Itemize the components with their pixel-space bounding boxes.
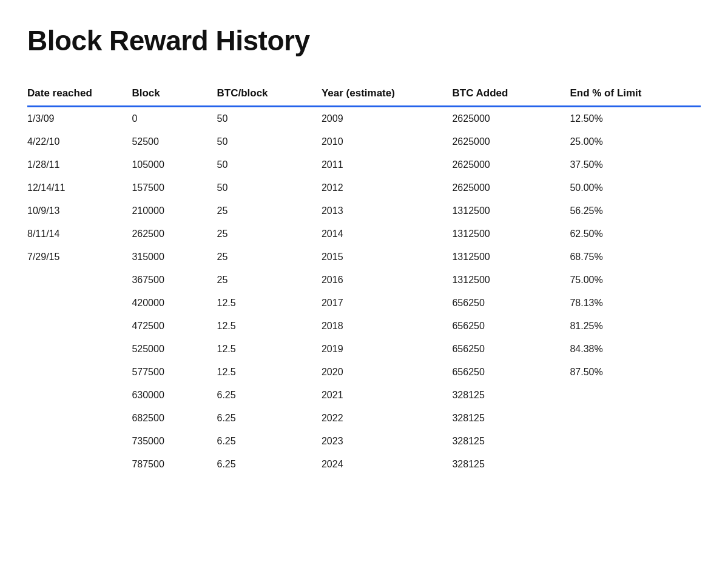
cell-row4-col5: 56.25% xyxy=(570,199,701,222)
cell-row4-col2: 25 xyxy=(217,199,322,222)
cell-row8-col3: 2017 xyxy=(322,292,453,315)
cell-row2-col4: 2625000 xyxy=(452,153,570,176)
cell-row3-col2: 50 xyxy=(217,176,322,199)
cell-row4-col1: 210000 xyxy=(132,199,217,222)
cell-row7-col0 xyxy=(27,269,132,292)
cell-row12-col3: 2021 xyxy=(322,384,453,407)
cell-row15-col2: 6.25 xyxy=(217,453,322,476)
cell-row12-col0 xyxy=(27,384,132,407)
cell-row5-col3: 2014 xyxy=(322,222,453,246)
cell-row10-col3: 2019 xyxy=(322,338,453,361)
cell-row11-col1: 577500 xyxy=(132,361,217,384)
table-row: 4/22/1052500502010262500025.00% xyxy=(27,130,701,153)
cell-row14-col2: 6.25 xyxy=(217,430,322,453)
cell-row9-col1: 472500 xyxy=(132,315,217,338)
cell-row3-col4: 2625000 xyxy=(452,176,570,199)
cell-row11-col4: 656250 xyxy=(452,361,570,384)
table-row: 367500252016131250075.00% xyxy=(27,269,701,292)
cell-row5-col1: 262500 xyxy=(132,222,217,246)
cell-row14-col4: 328125 xyxy=(452,430,570,453)
cell-row14-col5 xyxy=(570,430,701,453)
cell-row3-col1: 157500 xyxy=(132,176,217,199)
cell-row6-col3: 2015 xyxy=(322,246,453,269)
cell-row5-col0: 8/11/14 xyxy=(27,222,132,246)
table-row: 42000012.5201765625078.13% xyxy=(27,292,701,315)
cell-row10-col2: 12.5 xyxy=(217,338,322,361)
table-row: 1/3/090502009262500012.50% xyxy=(27,107,701,130)
cell-row13-col1: 682500 xyxy=(132,407,217,430)
cell-row14-col3: 2023 xyxy=(322,430,453,453)
page-title: Block Reward History xyxy=(27,24,701,57)
cell-row10-col5: 84.38% xyxy=(570,338,701,361)
cell-row6-col4: 1312500 xyxy=(452,246,570,269)
cell-row15-col1: 787500 xyxy=(132,453,217,476)
col-header-btc-block: BTC/block xyxy=(217,81,322,105)
cell-row9-col2: 12.5 xyxy=(217,315,322,338)
cell-row4-col0: 10/9/13 xyxy=(27,199,132,222)
cell-row5-col2: 25 xyxy=(217,222,322,246)
cell-row0-col1: 0 xyxy=(132,107,217,130)
table-row: 10/9/13210000252013131250056.25% xyxy=(27,199,701,222)
cell-row14-col0 xyxy=(27,430,132,453)
cell-row2-col5: 37.50% xyxy=(570,153,701,176)
cell-row15-col4: 328125 xyxy=(452,453,570,476)
cell-row7-col3: 2016 xyxy=(322,269,453,292)
cell-row12-col1: 630000 xyxy=(132,384,217,407)
cell-row1-col4: 2625000 xyxy=(452,130,570,153)
cell-row11-col0 xyxy=(27,361,132,384)
cell-row2-col2: 50 xyxy=(217,153,322,176)
cell-row2-col1: 105000 xyxy=(132,153,217,176)
cell-row8-col1: 420000 xyxy=(132,292,217,315)
cell-row10-col1: 525000 xyxy=(132,338,217,361)
cell-row0-col2: 50 xyxy=(217,107,322,130)
cell-row0-col4: 2625000 xyxy=(452,107,570,130)
col-header-block: Block xyxy=(132,81,217,105)
col-header-date: Date reached xyxy=(27,81,132,105)
cell-row2-col3: 2011 xyxy=(322,153,453,176)
cell-row13-col0 xyxy=(27,407,132,430)
cell-row0-col5: 12.50% xyxy=(570,107,701,130)
cell-row10-col4: 656250 xyxy=(452,338,570,361)
cell-row9-col3: 2018 xyxy=(322,315,453,338)
cell-row3-col5: 50.00% xyxy=(570,176,701,199)
cell-row14-col1: 735000 xyxy=(132,430,217,453)
cell-row7-col2: 25 xyxy=(217,269,322,292)
cell-row9-col0 xyxy=(27,315,132,338)
cell-row8-col5: 78.13% xyxy=(570,292,701,315)
table-row: 7875006.252024328125 xyxy=(27,453,701,476)
cell-row2-col0: 1/28/11 xyxy=(27,153,132,176)
cell-row11-col3: 2020 xyxy=(322,361,453,384)
cell-row13-col5 xyxy=(570,407,701,430)
cell-row13-col3: 2022 xyxy=(322,407,453,430)
table-row: 57750012.5202065625087.50% xyxy=(27,361,701,384)
cell-row7-col1: 367500 xyxy=(132,269,217,292)
cell-row6-col0: 7/29/15 xyxy=(27,246,132,269)
cell-row8-col4: 656250 xyxy=(452,292,570,315)
cell-row0-col3: 2009 xyxy=(322,107,453,130)
col-header-btc-added: BTC Added xyxy=(452,81,570,105)
cell-row8-col0 xyxy=(27,292,132,315)
cell-row15-col3: 2024 xyxy=(322,453,453,476)
cell-row11-col5: 87.50% xyxy=(570,361,701,384)
cell-row12-col4: 328125 xyxy=(452,384,570,407)
cell-row1-col1: 52500 xyxy=(132,130,217,153)
cell-row1-col0: 4/22/10 xyxy=(27,130,132,153)
cell-row9-col4: 656250 xyxy=(452,315,570,338)
cell-row1-col3: 2010 xyxy=(322,130,453,153)
table-row: 6825006.252022328125 xyxy=(27,407,701,430)
cell-row6-col2: 25 xyxy=(217,246,322,269)
table-row: 52500012.5201965625084.38% xyxy=(27,338,701,361)
cell-row15-col0 xyxy=(27,453,132,476)
cell-row4-col4: 1312500 xyxy=(452,199,570,222)
table-row: 1/28/11105000502011262500037.50% xyxy=(27,153,701,176)
cell-row7-col4: 1312500 xyxy=(452,269,570,292)
table-row: 47250012.5201865625081.25% xyxy=(27,315,701,338)
cell-row9-col5: 81.25% xyxy=(570,315,701,338)
cell-row12-col2: 6.25 xyxy=(217,384,322,407)
col-header-year: Year (estimate) xyxy=(322,81,453,105)
cell-row11-col2: 12.5 xyxy=(217,361,322,384)
cell-row12-col5 xyxy=(570,384,701,407)
cell-row7-col5: 75.00% xyxy=(570,269,701,292)
table-header-row: Date reached Block BTC/block Year (estim… xyxy=(27,81,701,105)
cell-row10-col0 xyxy=(27,338,132,361)
